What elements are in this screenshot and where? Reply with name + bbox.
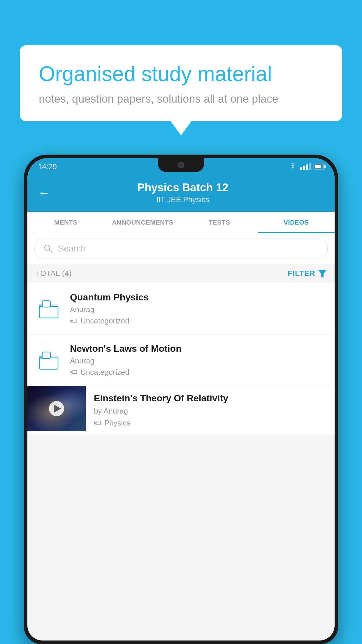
search-container: Search bbox=[27, 233, 335, 264]
tab-announcements[interactable]: ANNOUNCEMENTS bbox=[104, 212, 181, 233]
status-bar: 14:29 bbox=[27, 158, 335, 175]
list-item-video[interactable]: Einstein's Theory Of Relativity by Anura… bbox=[27, 386, 335, 435]
status-icons bbox=[289, 163, 324, 170]
tab-ments[interactable]: MENTS bbox=[27, 212, 104, 233]
video-thumbnail bbox=[27, 386, 86, 431]
play-triangle-icon bbox=[54, 405, 61, 413]
svg-rect-6 bbox=[42, 352, 50, 358]
item-info: Newton's Laws of Motion Anurag 🏷 Uncateg… bbox=[70, 343, 326, 377]
tab-videos[interactable]: VIDEOS bbox=[258, 212, 335, 233]
phone-inner: 14:29 bbox=[27, 158, 335, 640]
svg-marker-2 bbox=[318, 270, 326, 277]
header-titles: Physics Batch 12 IIT JEE Physics bbox=[59, 181, 307, 204]
notch bbox=[158, 158, 204, 172]
tag-icon: 🏷 bbox=[70, 368, 78, 377]
app-header: ← Physics Batch 12 IIT JEE Physics bbox=[27, 175, 335, 212]
svg-rect-4 bbox=[42, 301, 50, 307]
list-item[interactable]: Quantum Physics Anurag 🏷 Uncategorized bbox=[27, 283, 335, 335]
item-author: Anurag bbox=[70, 356, 326, 365]
list-item[interactable]: Newton's Laws of Motion Anurag 🏷 Uncateg… bbox=[27, 335, 335, 386]
play-button[interactable] bbox=[49, 401, 64, 416]
tabs-bar: MENTS ANNOUNCEMENTS TESTS VIDEOS bbox=[27, 212, 335, 233]
item-title: Quantum Physics bbox=[70, 292, 326, 303]
phone-frame: 14:29 bbox=[24, 155, 338, 644]
bubble-subtitle: notes, question papers, solutions all at… bbox=[39, 93, 323, 105]
search-bar[interactable]: Search bbox=[34, 239, 328, 258]
header-main-title: Physics Batch 12 bbox=[137, 181, 229, 194]
tab-tests[interactable]: TESTS bbox=[181, 212, 258, 233]
filter-icon bbox=[318, 270, 326, 277]
filter-button[interactable]: FILTER bbox=[288, 269, 326, 278]
svg-line-1 bbox=[49, 250, 52, 253]
battery-icon bbox=[314, 164, 324, 169]
filter-bar: TOTAL (4) FILTER bbox=[27, 264, 335, 283]
search-input-placeholder: Search bbox=[58, 244, 86, 253]
folder-icon-container bbox=[36, 296, 62, 322]
total-count: TOTAL (4) bbox=[36, 269, 72, 278]
content-list: Quantum Physics Anurag 🏷 Uncategorized bbox=[27, 283, 335, 435]
video-tag: 🏷 Physics bbox=[94, 419, 326, 428]
tag-icon: 🏷 bbox=[70, 316, 78, 326]
item-title: Newton's Laws of Motion bbox=[70, 343, 326, 354]
folder-icon bbox=[38, 298, 59, 319]
header-subtitle: IIT JEE Physics bbox=[156, 195, 209, 204]
video-info: Einstein's Theory Of Relativity by Anura… bbox=[86, 386, 335, 435]
item-author: Anurag bbox=[70, 305, 326, 314]
speech-bubble-container: Organised study material notes, question… bbox=[20, 45, 342, 121]
item-tag: 🏷 Uncategorized bbox=[70, 368, 326, 377]
signal-bars bbox=[300, 163, 311, 170]
status-time: 14:29 bbox=[38, 162, 57, 171]
wifi-icon bbox=[289, 163, 297, 170]
back-button[interactable]: ← bbox=[38, 186, 50, 200]
item-tag: 🏷 Uncategorized bbox=[70, 316, 326, 326]
video-author: by Anurag bbox=[94, 407, 326, 416]
tag-icon: 🏷 bbox=[94, 419, 101, 428]
bubble-title: Organised study material bbox=[39, 61, 323, 86]
search-icon bbox=[43, 244, 53, 253]
folder-icon-container bbox=[36, 347, 62, 373]
camera-dot bbox=[178, 162, 184, 168]
folder-icon bbox=[38, 350, 59, 371]
video-title: Einstein's Theory Of Relativity bbox=[94, 393, 326, 404]
item-info: Quantum Physics Anurag 🏷 Uncategorized bbox=[70, 292, 326, 326]
speech-bubble: Organised study material notes, question… bbox=[20, 45, 342, 121]
